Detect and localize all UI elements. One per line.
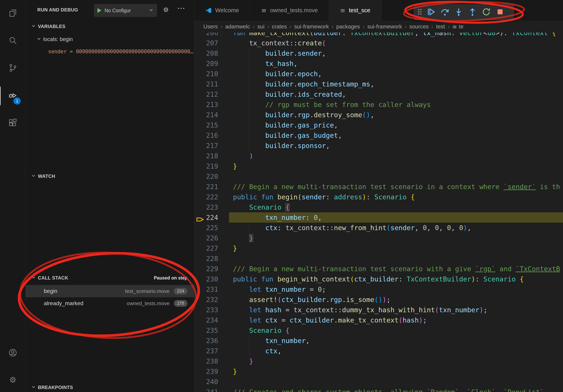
- code-line[interactable]: 239}: [194, 366, 563, 377]
- code-line[interactable]: 209 tx_hash,: [194, 58, 563, 69]
- tab-owned-tests-move[interactable]: ≡owned_tests.move: [250, 0, 329, 21]
- line-number[interactable]: 233: [194, 305, 218, 315]
- code-line[interactable]: 235 Scenario {: [194, 325, 563, 336]
- debug-settings-gear-icon[interactable]: [162, 6, 170, 14]
- breadcrumb-item[interactable]: adamwelc: [225, 24, 250, 30]
- code-text[interactable]: /// Begin a new multi-transaction test s…: [229, 264, 563, 274]
- code-text[interactable]: tx_context::create(: [229, 38, 563, 48]
- code-line[interactable]: 236 txn_number,: [194, 336, 563, 346]
- line-number[interactable]: 221: [194, 182, 218, 192]
- line-number[interactable]: 226: [194, 233, 218, 243]
- variables-scope-row[interactable]: locals: begin: [26, 34, 194, 45]
- tab-welcome[interactable]: Welcome: [194, 0, 250, 21]
- section-watch[interactable]: WATCH: [26, 170, 194, 182]
- code-line[interactable]: 226 }: [194, 233, 563, 243]
- activity-bar-accounts[interactable]: [0, 342, 26, 364]
- section-variables[interactable]: VARIABLES: [26, 21, 194, 32]
- code-line[interactable]: 228: [194, 253, 563, 264]
- code-text[interactable]: /// Begin a new multi-transaction test s…: [229, 182, 563, 192]
- code-line[interactable]: 225 ctx: tx_context::new_from_hint(sende…: [194, 223, 563, 233]
- code-line[interactable]: 237 ctx,: [194, 346, 563, 356]
- activity-bar-extensions[interactable]: [0, 112, 26, 134]
- code-text[interactable]: }: [229, 161, 563, 171]
- call-stack-frame[interactable]: already_markedowned_tests.move275: [26, 297, 194, 310]
- toolbar-drag-handle[interactable]: [416, 6, 424, 19]
- code-line[interactable]: 213 // rgp must be set from the caller a…: [194, 100, 563, 110]
- code-line[interactable]: 223 Scenario {: [194, 202, 563, 212]
- code-text[interactable]: builder.sender,: [229, 48, 563, 58]
- step-into-button[interactable]: [452, 6, 465, 19]
- line-number[interactable]: 238: [194, 356, 218, 366]
- code-line[interactable]: 234 let ctx = ctx_builder.make_tx_contex…: [194, 315, 563, 325]
- code-line[interactable]: 219}: [194, 161, 563, 171]
- breadcrumb-item[interactable]: test: [436, 24, 445, 30]
- line-number[interactable]: 228: [194, 253, 218, 264]
- code-text[interactable]: builder.epoch_timestamp_ms,: [229, 79, 563, 89]
- code-text[interactable]: let txn_number = 0;: [229, 284, 563, 295]
- code-text[interactable]: assert!(ctx_builder.rgp.is_some());: [229, 295, 563, 305]
- line-number[interactable]: 219: [194, 161, 218, 171]
- code-text[interactable]: public fun begin(sender: address): Scena…: [229, 192, 563, 202]
- code-line[interactable]: 218 ): [194, 151, 563, 161]
- line-number[interactable]: 225: [194, 223, 218, 233]
- code-line[interactable]: 224 txn_number: 0,: [194, 212, 563, 223]
- line-number[interactable]: 234: [194, 315, 218, 325]
- code-text[interactable]: ctx,: [229, 346, 563, 356]
- continue-button[interactable]: [424, 6, 437, 19]
- code-line[interactable]: 214 builder.rgp.destroy_some(),: [194, 110, 563, 120]
- code-text[interactable]: // rgp must be set from the caller alway…: [229, 100, 563, 110]
- code-text[interactable]: /// Creates and shares system objects, a…: [229, 387, 563, 392]
- line-number[interactable]: 214: [194, 110, 218, 120]
- code-line[interactable]: 231 let txn_number = 0;: [194, 284, 563, 295]
- variable-row[interactable]: sender = 0000000000000000000000000000000…: [26, 46, 194, 57]
- line-number[interactable]: 231: [194, 284, 218, 295]
- line-number[interactable]: 223: [194, 202, 218, 212]
- code-line[interactable]: 230public fun begin_with_context(ctx_bui…: [194, 274, 563, 284]
- code-text[interactable]: builder.gas_price,: [229, 120, 563, 130]
- code-line[interactable]: 238 }: [194, 356, 563, 366]
- activity-bar-explorer[interactable]: [0, 3, 26, 25]
- tab-test-sce[interactable]: ≡test_sce: [329, 0, 382, 21]
- code-text[interactable]: builder.ids_created,: [229, 89, 563, 100]
- breadcrumb-item[interactable]: crates: [272, 24, 287, 30]
- breadcrumb-item[interactable]: sui: [257, 24, 265, 30]
- breadcrumb-item[interactable]: te: [459, 24, 463, 30]
- breadcrumb[interactable]: Users›adamwelc›sui›crates›sui-framework›…: [194, 21, 563, 33]
- line-number[interactable]: 208: [194, 48, 218, 58]
- code-line[interactable]: 222public fun begin(sender: address): Sc…: [194, 192, 563, 202]
- debug-config-dropdown[interactable]: No Configur: [94, 4, 157, 17]
- code-text[interactable]: public fun begin_with_context(ctx_builde…: [229, 274, 563, 284]
- line-number[interactable]: 213: [194, 100, 218, 110]
- code-text[interactable]: }: [229, 356, 563, 366]
- line-number[interactable]: 227: [194, 243, 218, 253]
- breadcrumb-item[interactable]: Users: [203, 24, 218, 30]
- more-actions-icon[interactable]: ⋯: [177, 3, 185, 13]
- code-line[interactable]: 232 assert!(ctx_builder.rgp.is_some());: [194, 295, 563, 305]
- breadcrumb-item[interactable]: packages: [336, 24, 360, 30]
- code-line[interactable]: 227}: [194, 243, 563, 253]
- line-number[interactable]: 229: [194, 264, 218, 274]
- code-text[interactable]: builder.epoch,: [229, 69, 563, 79]
- code-line[interactable]: 233 let hash = tx_context::dummy_tx_hash…: [194, 305, 563, 315]
- line-number[interactable]: 239: [194, 366, 218, 377]
- line-number[interactable]: 218: [194, 151, 218, 161]
- code-line[interactable]: 210 builder.epoch,: [194, 69, 563, 79]
- stop-button[interactable]: [494, 6, 507, 19]
- line-number[interactable]: 230: [194, 274, 218, 284]
- code-text[interactable]: builder.rgp.destroy_some(),: [229, 110, 563, 120]
- line-number[interactable]: 232: [194, 295, 218, 305]
- call-stack-frame[interactable]: begintest_scenario.move224: [26, 285, 194, 297]
- section-breakpoints[interactable]: BREAKPOINTS: [26, 381, 194, 392]
- code-line[interactable]: 208 builder.sender,: [194, 48, 563, 58]
- code-line[interactable]: 240: [194, 377, 563, 387]
- code-line[interactable]: 207 tx_context::create(: [194, 38, 563, 48]
- code-line[interactable]: 211 builder.epoch_timestamp_ms,: [194, 79, 563, 89]
- line-number[interactable]: 215: [194, 120, 218, 130]
- line-number[interactable]: 211: [194, 79, 218, 89]
- breadcrumb-item[interactable]: sui-framework: [294, 24, 329, 30]
- code-text[interactable]: ): [229, 151, 563, 161]
- breadcrumb-item[interactable]: sources: [409, 24, 429, 30]
- code-text[interactable]: [229, 377, 563, 387]
- line-number[interactable]: 241: [194, 387, 218, 392]
- line-number[interactable]: 240: [194, 377, 218, 387]
